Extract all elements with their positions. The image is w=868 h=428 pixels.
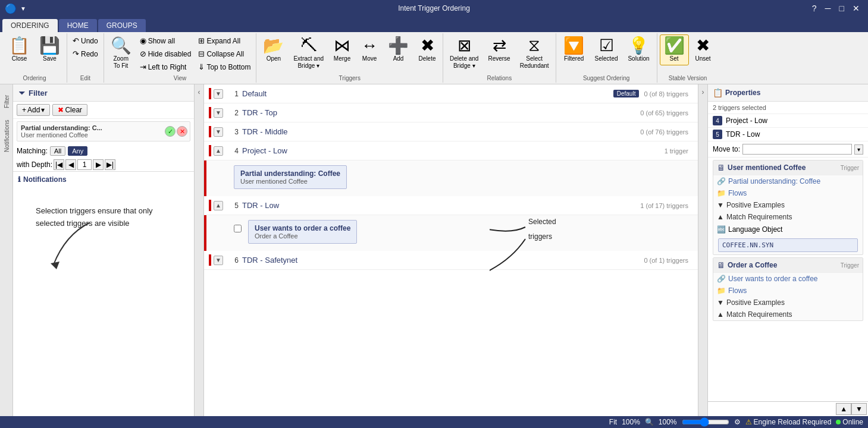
zoom-slider-input[interactable] bbox=[682, 417, 729, 427]
group-expand-5[interactable]: ▲ bbox=[214, 201, 223, 210]
zoom-slider[interactable] bbox=[682, 417, 729, 427]
top-to-bottom-button[interactable]: ⇓ Top to Bottom bbox=[195, 61, 253, 73]
trigger-2-subitem-2[interactable]: 📁 Flows bbox=[713, 285, 863, 297]
move-to-input[interactable] bbox=[742, 144, 852, 155]
close-button[interactable]: 📋 Close bbox=[5, 34, 34, 65]
settings-icon-item[interactable]: ⚙ bbox=[734, 418, 741, 426]
trigger-count-4: 1 trigger bbox=[665, 147, 688, 155]
set-button[interactable]: ✅ Set bbox=[660, 34, 689, 65]
delete-button[interactable]: ✖ Delete bbox=[414, 34, 440, 65]
group-row-3[interactable]: ▼ 3 TDR - Middle 0 (of 76) triggers bbox=[204, 122, 698, 141]
add-filter-button[interactable]: + Add ▾ bbox=[17, 104, 50, 116]
zoom-to-fit-button[interactable]: 🔍 ZoomTo Fit bbox=[106, 34, 136, 73]
unset-button[interactable]: ✖ Unset bbox=[690, 34, 716, 65]
selected-button[interactable]: ☑ Selected bbox=[591, 34, 622, 65]
delete-icon: ✖ bbox=[421, 37, 434, 54]
trigger-block-2: 🖥 Order a Coffee Trigger 🔗 User wants to… bbox=[713, 257, 863, 321]
solution-button[interactable]: 💡 Solution bbox=[623, 34, 654, 65]
online-text: Online bbox=[842, 418, 863, 426]
filter-funnel-icon: ⏷ bbox=[18, 88, 26, 97]
hide-disabled-button[interactable]: ⊘ Hide disabled bbox=[137, 48, 195, 60]
group-expand-6[interactable]: ▼ bbox=[214, 256, 223, 265]
trigger-card-2[interactable]: User wants to order a coffee Order a Cof… bbox=[248, 220, 357, 244]
help-btn[interactable]: ? bbox=[809, 3, 820, 14]
extract-bridge-button[interactable]: ⛏ Extract andBridge ▾ bbox=[289, 34, 328, 73]
filter-item-remove[interactable]: ✕ bbox=[177, 126, 187, 137]
group-row-6[interactable]: ▼ 6 TDR - Safetynet 0 (of 1) triggers bbox=[204, 251, 698, 270]
maximize-btn[interactable]: □ bbox=[836, 3, 848, 14]
ribbon-suggest-label: Suggest Ordering bbox=[559, 74, 654, 83]
depth-last-btn[interactable]: ▶| bbox=[105, 159, 115, 170]
set-label: Set bbox=[670, 55, 679, 62]
group-expand-1[interactable]: ▼ bbox=[214, 89, 223, 99]
prop-selected-item-1[interactable]: 4 Project - Low bbox=[708, 114, 868, 128]
expand-all-button[interactable]: ⊞ Expand All bbox=[195, 34, 253, 47]
delete-bridge-button[interactable]: ⊠ Delete andBridge ▾ bbox=[446, 34, 482, 73]
trigger-2-positive-examples[interactable]: ▼ Positive Examples bbox=[713, 297, 863, 309]
group-row-2[interactable]: ▼ 2 TDR - Top 0 (of 65) triggers bbox=[204, 103, 698, 122]
zoom-label: ZoomTo Fit bbox=[113, 55, 129, 70]
group-row-1[interactable]: ▼ 1 Default Default 0 (of 8) triggers bbox=[204, 84, 698, 103]
add-button[interactable]: ➕ Add bbox=[384, 34, 413, 65]
move-button[interactable]: ↔ Move bbox=[356, 34, 383, 65]
save-button[interactable]: 💾 Save bbox=[35, 34, 64, 65]
group-expand-3[interactable]: ▼ bbox=[214, 127, 223, 137]
trigger-count-6: 0 (of 1) triggers bbox=[644, 257, 688, 264]
trigger-card-1[interactable]: Partial understanding: Coffee User menti… bbox=[234, 165, 347, 189]
group-expand-4[interactable]: ▲ bbox=[214, 146, 223, 156]
trigger-5-checkbox[interactable] bbox=[234, 225, 242, 232]
zoom1-status: 100% bbox=[622, 418, 640, 426]
group-name-2: TDR - Top bbox=[242, 108, 640, 117]
depth-next-btn[interactable]: ▶ bbox=[93, 159, 104, 170]
match-any-button[interactable]: Any bbox=[68, 146, 87, 156]
group-row-4[interactable]: ▲ 4 Project - Low 1 trigger bbox=[204, 141, 698, 160]
clear-filter-button[interactable]: ✖ Clear bbox=[52, 104, 87, 116]
notifications-header: ℹ Notifications bbox=[18, 175, 189, 184]
filter-sidebar-btn[interactable]: Filter bbox=[1, 87, 12, 117]
notifications-sidebar-btn[interactable]: Notifications bbox=[1, 121, 12, 151]
scroll-down-btn[interactable]: ▼ bbox=[851, 403, 867, 415]
trigger-1-match-req[interactable]: ▲ Match Requirements bbox=[713, 211, 863, 223]
reverse-button[interactable]: ⇄ Reverse bbox=[484, 34, 514, 65]
close-btn[interactable]: ✕ bbox=[849, 3, 863, 14]
right-collapse-handle[interactable]: › bbox=[698, 84, 707, 416]
tab-groups[interactable]: GROUPS bbox=[98, 19, 146, 32]
tab-home[interactable]: HOME bbox=[59, 19, 97, 32]
ribbon-relations-section: ⊠ Delete andBridge ▾ ⇄ Reverse ⧖ SelectR… bbox=[443, 33, 556, 83]
depth-value-input[interactable] bbox=[77, 159, 92, 170]
merge-button[interactable]: ⋈ Merge bbox=[329, 34, 355, 65]
redo-button[interactable]: ↷ Redo bbox=[70, 48, 101, 60]
group-row-5[interactable]: ▲ 5 TDR - Low 1 (of 17) triggers bbox=[204, 196, 698, 215]
trigger-1-subitem-1[interactable]: 🔗 Partial understanding: Coffee bbox=[713, 175, 863, 187]
undo-button[interactable]: ↶ Undo bbox=[70, 34, 101, 47]
trigger-1-header: 🖥 User mentioned Coffee Trigger bbox=[713, 160, 863, 175]
tab-ordering[interactable]: ORDERING bbox=[2, 19, 58, 32]
select-redundant-button[interactable]: ⧖ SelectRedundant bbox=[516, 34, 553, 73]
depth-prev-btn[interactable]: ◀ bbox=[65, 159, 76, 170]
app-icon: 🔵 bbox=[5, 3, 17, 14]
depth-first-btn[interactable]: |◀ bbox=[54, 159, 64, 170]
properties-panel: 📋 Properties 2 triggers selected 4 Proje… bbox=[707, 84, 868, 416]
show-all-button[interactable]: ◉ Show all bbox=[137, 34, 195, 47]
ribbon-view-section: 🔍 ZoomTo Fit ◉ Show all ⊘ Hide disabled … bbox=[104, 33, 257, 83]
add-icon: ➕ bbox=[388, 37, 409, 54]
trigger-2-subitem-1[interactable]: 🔗 User wants to order a coffee bbox=[713, 273, 863, 285]
collapse-all-button[interactable]: ⊟ Collapse All bbox=[195, 48, 253, 60]
trigger-1-subitem-2[interactable]: 📁 Flows bbox=[713, 187, 863, 199]
move-to-dropdown-btn[interactable]: ▾ bbox=[854, 144, 863, 155]
trigger-1-positive-examples[interactable]: ▼ Positive Examples bbox=[713, 199, 863, 211]
scroll-up-btn[interactable]: ▲ bbox=[836, 403, 851, 415]
filtered-button[interactable]: 🔽 Filtered bbox=[559, 34, 590, 65]
match-all-button[interactable]: All bbox=[50, 146, 65, 156]
system-menu-icon[interactable]: ▼ bbox=[20, 5, 26, 12]
left-collapse-handle[interactable]: ‹ bbox=[195, 84, 204, 416]
filter-item-ok[interactable]: ✓ bbox=[165, 126, 176, 137]
trigger-2-match-req[interactable]: ▲ Match Requirements bbox=[713, 309, 863, 320]
prop-selected-item-2[interactable]: 5 TDR - Low bbox=[708, 128, 868, 141]
group-expand-2[interactable]: ▼ bbox=[214, 108, 223, 118]
left-to-right-button[interactable]: ⇥ Left to Right bbox=[137, 61, 195, 73]
settings-icon[interactable]: ⚙ bbox=[734, 418, 741, 426]
minimize-btn[interactable]: ─ bbox=[822, 3, 835, 14]
notifications-icon: ℹ bbox=[18, 175, 21, 184]
open-button[interactable]: 📂 Open bbox=[259, 34, 288, 65]
